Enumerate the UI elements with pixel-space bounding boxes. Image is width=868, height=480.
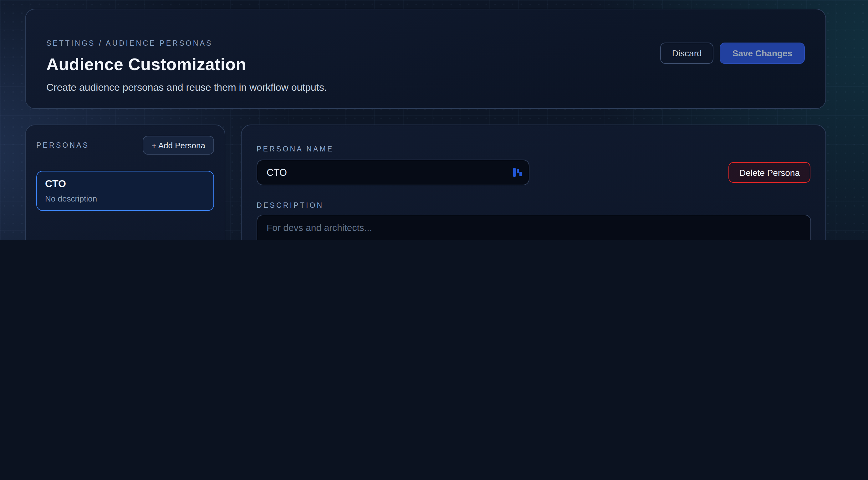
personas-title: PERSONAS: [36, 141, 89, 149]
persona-name-row: Delete Persona: [256, 160, 810, 185]
persona-name-input-wrap: [256, 160, 529, 185]
description-label: DESCRIPTION: [256, 201, 810, 209]
add-persona-button[interactable]: + Add Persona: [143, 136, 214, 155]
description-textarea[interactable]: [256, 215, 811, 240]
header-card: SETTINGS / AUDIENCE PERSONAS Audience Cu…: [25, 9, 826, 109]
personas-header: PERSONAS + Add Persona: [36, 136, 214, 155]
delete-persona-button[interactable]: Delete Persona: [729, 162, 810, 183]
page-subtitle: Create audience personas and reuse them …: [46, 82, 805, 93]
persona-name-label: PERSONA NAME: [256, 145, 334, 153]
personas-panel: PERSONAS + Add Persona CTO No descriptio…: [25, 125, 225, 240]
save-changes-button[interactable]: Save Changes: [720, 42, 805, 64]
audience-customization-page: SETTINGS / AUDIENCE PERSONAS Audience Cu…: [0, 0, 868, 240]
discard-button[interactable]: Discard: [660, 42, 714, 64]
persona-editor-panel: PERSONA NAME Delete Persona DESCRIPTION …: [241, 125, 826, 240]
header-actions: Discard Save Changes: [660, 42, 805, 64]
persona-item-description: No description: [45, 194, 205, 203]
persona-item-name: CTO: [45, 178, 205, 190]
persona-list-item-cto[interactable]: CTO No description: [36, 171, 214, 211]
autofill-extension-icon[interactable]: [513, 168, 522, 177]
description-textarea-wrap: [256, 215, 810, 240]
persona-name-input[interactable]: [256, 160, 529, 185]
